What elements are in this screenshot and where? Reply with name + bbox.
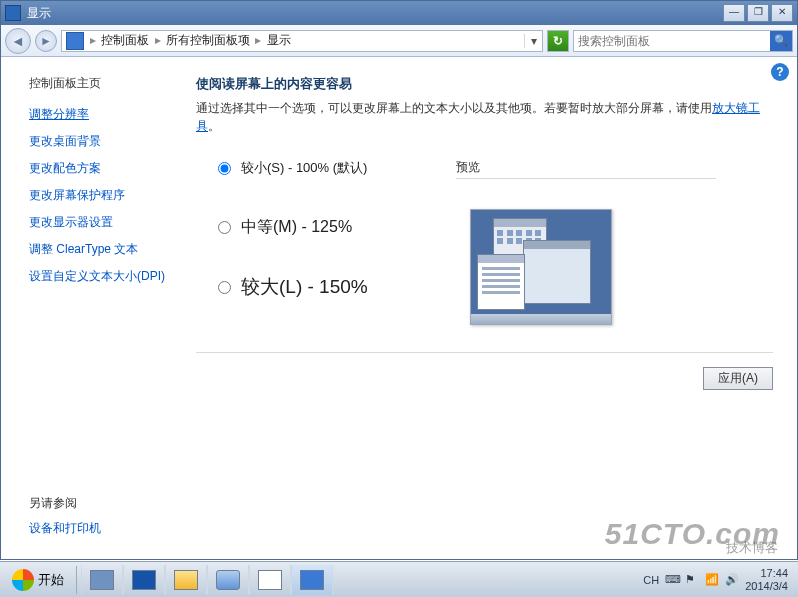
tray-icon[interactable]: ⌨ [665,573,679,587]
start-button[interactable]: 开始 [4,565,72,595]
address-icon [66,32,84,50]
taskbar-servermanager-icon[interactable] [81,565,123,595]
refresh-button[interactable]: ↻ [547,30,569,52]
breadcrumb-2[interactable]: 所有控制面板项 [166,33,250,47]
tray-network-icon[interactable]: 📶 [705,573,719,587]
preview-image [470,209,612,325]
minimize-button[interactable]: — [723,4,745,22]
sidebar-item-monitor[interactable]: 更改显示器设置 [29,214,182,231]
sidebar-item-dpi[interactable]: 设置自定义文本大小(DPI) [29,268,182,285]
tray-volume-icon[interactable]: 🔊 [725,573,739,587]
taskbar-powershell-icon[interactable] [123,565,165,595]
ime-indicator[interactable]: CH [643,574,659,586]
forward-button[interactable]: ► [35,30,57,52]
title-bar: 显示 — ❐ ✕ [1,1,797,25]
taskbar: 开始 CH ⌨ ⚑ 📶 🔊 17:44 2014/3/4 [0,561,798,597]
search-box[interactable]: 🔍 [573,30,793,52]
radio-medium-input[interactable] [218,221,231,234]
system-tray: CH ⌨ ⚑ 📶 🔊 17:44 2014/3/4 [643,567,794,591]
sidebar-item-devices-printers[interactable]: 设备和打印机 [29,520,182,537]
radio-small-input[interactable] [218,162,231,175]
search-icon[interactable]: 🔍 [770,31,792,51]
breadcrumb-3[interactable]: 显示 [267,33,291,47]
radio-large[interactable]: 较大(L) - 150% [218,274,446,300]
taskbar-notepad-icon[interactable] [249,565,291,595]
radio-large-input[interactable] [218,281,231,294]
window-title: 显示 [27,5,721,22]
sidebar-item-wallpaper[interactable]: 更改桌面背景 [29,133,182,150]
page-title: 使阅读屏幕上的内容更容易 [196,75,777,93]
page-description: 通过选择其中一个选项，可以更改屏幕上的文本大小以及其他项。若要暂时放大部分屏幕，… [196,99,777,135]
sidebar: 控制面板主页 调整分辨率 更改桌面背景 更改配色方案 更改屏幕保护程序 更改显示… [1,57,196,559]
breadcrumb[interactable]: ▸ 控制面板 ▸ 所有控制面板项 ▸ 显示 [88,32,524,49]
sidebar-item-cleartype[interactable]: 调整 ClearType 文本 [29,241,182,258]
taskbar-explorer-icon[interactable] [165,565,207,595]
radio-medium[interactable]: 中等(M) - 125% [218,217,446,238]
nav-toolbar: ◄ ► ▸ 控制面板 ▸ 所有控制面板项 ▸ 显示 ▾ ↻ 🔍 [1,25,797,57]
main-panel: 使阅读屏幕上的内容更容易 通过选择其中一个选项，可以更改屏幕上的文本大小以及其他… [196,57,797,559]
back-button[interactable]: ◄ [5,28,31,54]
search-input[interactable] [574,34,770,48]
window-icon [5,5,21,21]
tray-clock[interactable]: 17:44 2014/3/4 [745,567,788,591]
maximize-button[interactable]: ❐ [747,4,769,22]
apply-button[interactable]: 应用(A) [703,367,773,390]
breadcrumb-1[interactable]: 控制面板 [101,33,149,47]
start-orb-icon [12,569,34,591]
taskbar-config-icon[interactable] [207,565,249,595]
radio-small[interactable]: 较小(S) - 100% (默认) [218,159,446,177]
address-dropdown[interactable]: ▾ [524,34,542,48]
close-button[interactable]: ✕ [771,4,793,22]
sidebar-item-screensaver[interactable]: 更改屏幕保护程序 [29,187,182,204]
sidebar-item-resolution[interactable]: 调整分辨率 [29,106,182,123]
sidebar-item-scheme[interactable]: 更改配色方案 [29,160,182,177]
window-frame: 显示 — ❐ ✕ ◄ ► ▸ 控制面板 ▸ 所有控制面板项 ▸ 显示 ▾ ↻ 🔍 [0,0,798,560]
address-bar[interactable]: ▸ 控制面板 ▸ 所有控制面板项 ▸ 显示 ▾ [61,30,543,52]
taskbar-controlpanel-icon[interactable] [291,565,333,595]
preview-label: 预览 [456,159,716,179]
control-panel-home-link[interactable]: 控制面板主页 [29,75,182,92]
tray-action-icon[interactable]: ⚑ [685,573,699,587]
seealso-heading: 另请参阅 [29,495,182,512]
